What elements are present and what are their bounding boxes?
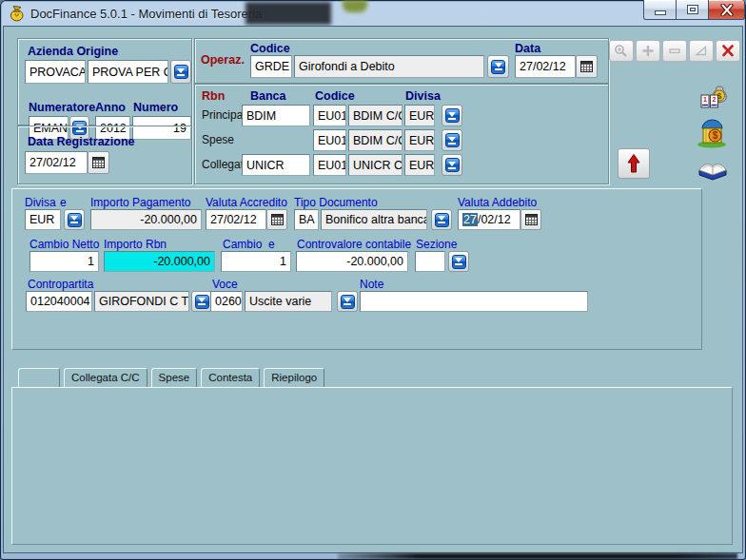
anno-label: Anno [95,102,126,113]
operazione-codice-field[interactable]: GRDE [250,55,292,78]
importo-rbn-field[interactable]: -20.000,00 [104,251,215,272]
dropdown-arrow-icon [448,112,456,117]
cambio-netto-field[interactable]: 1 [29,251,99,272]
zoom-toolbar [609,40,740,62]
operazione-descrizione-field: Girofondi a Debito [294,55,484,78]
maximize-icon [688,6,697,13]
dropdown-arrow-icon [455,258,462,262]
sezione-dropdown-button[interactable] [448,251,469,272]
sezione-label: Sezione [416,239,457,250]
rbn-label: Rbn [202,90,225,102]
operazione-data-field[interactable]: 27/02/12 [515,55,576,78]
minimize-icon [656,11,665,14]
data-registrazione-label: Data Registrazione [28,136,135,147]
divisa-e-label: e [60,197,67,208]
importo-pagamento-field: -20.000,00 [90,209,202,230]
ledger-button[interactable] [697,150,729,183]
maximize-button[interactable] [677,0,709,20]
tipo-documento-desc-field: Bonifico altra banca [321,209,427,230]
rbn-collegato-dropdown-button[interactable] [442,154,462,176]
svg-text:2: 2 [713,96,717,103]
tab-spese[interactable]: Spese [151,368,198,387]
tipo-documento-dropdown-button[interactable] [431,209,452,230]
operazione-dropdown-button[interactable] [487,55,509,78]
dropdown-arrow-icon [70,216,78,221]
tab-blank [18,368,60,387]
tipo-documento-codice-field[interactable]: BA [294,209,319,230]
voce-codice-field[interactable]: 0260 [210,291,243,312]
cambio-field[interactable]: 1 [221,251,291,272]
data-registrazione-calendar-button[interactable] [88,151,109,174]
rbn-groupbox: Rbn Banca Codice Divisa Principale BDIM … [194,84,609,184]
minimize-button[interactable] [643,0,677,20]
tab-collegata-cc[interactable]: Collegata C/C [64,368,147,387]
window-controls [643,0,745,20]
rbn-principale-dropdown-button[interactable] [442,105,462,126]
dropdown-arrow-icon [198,298,206,302]
selected-text: 27 [462,213,478,226]
divisa-field[interactable]: EUR [25,209,61,230]
svg-text:$: $ [713,130,718,141]
divisa-dropdown-button[interactable] [64,209,85,230]
controvalore-field[interactable]: -20.000,00 [296,251,408,272]
bank-building-icon: $ [695,116,729,148]
cambio-netto-label: Cambio Netto [29,239,99,250]
minus-icon [667,44,682,58]
zoom-in-button [609,40,634,62]
rbn-principale-divisa-field: EUR [404,105,435,126]
magnifier-plus-icon [614,44,629,58]
post-movement-button[interactable] [618,148,650,179]
azienda-dropdown-button[interactable] [170,60,191,84]
dropdown-arrow-icon [177,68,185,73]
rbn-collegato-conto-field: UNICR C\C [348,154,402,176]
contropartita-desc-field: GIROFONDI C TRANSI [94,291,189,312]
note-label: Note [360,279,383,290]
calendar-icon [92,157,105,168]
operazione-calendar-button[interactable] [576,55,598,78]
cambio-label: Cambio [223,239,262,250]
voce-desc-field: Uscite varie [245,291,332,312]
contropartita-dropdown-button[interactable] [191,291,212,312]
open-book-icon [697,150,729,183]
controvalore-label: Controvalore contabile [297,239,411,250]
valuta-addebito-field[interactable]: 27/02/12 [458,209,520,230]
tab-riepilogo[interactable]: Riepilogo [264,368,324,387]
background-tray-blur [343,0,367,12]
rbn-spese-divisa-field: EUR [404,129,435,151]
data-registrazione-field[interactable]: 27/02/12 [25,151,88,174]
bank-button[interactable]: $ [695,116,727,148]
divisa-header-label: Divisa [405,90,441,102]
voce-label: Voce [212,279,238,290]
azienda-origine-label: Azienda Origine [28,46,118,57]
valuta-accredito-field[interactable]: 27/02/12 [206,209,266,230]
rbn-spese-codice-field[interactable]: EU01 [313,129,346,151]
red-x-icon [720,44,736,58]
cambio-e-label: e [268,239,275,250]
exchange-rates-button[interactable]: $ 1 2 [697,82,729,114]
rbn-principale-banca-field[interactable]: BDIM [242,105,310,126]
note-field[interactable] [360,291,588,312]
calendar-icon [525,214,538,225]
importo-pagamento-label: Importo Pagamento [90,197,190,208]
rbn-principale-codice-field[interactable]: EU01 [313,105,346,126]
reduce-button [662,40,687,62]
tipo-documento-label: Tipo Documento [294,197,378,208]
svg-text:1: 1 [703,96,707,103]
valuta-addebito-calendar-button[interactable] [520,209,541,230]
title-bar[interactable]: DocFinance 5.0.1 - Movimenti di Tesoreri… [0,0,746,27]
azienda-name-field[interactable]: PROVA PER CO [88,60,168,84]
voce-dropdown-button[interactable] [337,291,358,312]
rbn-collegato-banca-field[interactable]: UNICR [242,154,310,176]
tab-contesta[interactable]: Contesta [201,368,260,387]
contropartita-codice-field[interactable]: 012040004 [26,291,92,312]
azienda-code-field[interactable]: PROVACAD [25,60,86,84]
cross-move-icon [640,44,656,58]
rbn-spese-dropdown-button[interactable] [442,129,462,151]
codice-label: Codice [250,43,290,54]
rbn-collegato-codice-field[interactable]: EU01 [313,154,346,176]
close-button[interactable] [709,0,745,20]
close-zoom-button[interactable] [716,40,740,62]
valuta-accredito-calendar-button[interactable] [266,209,287,230]
sezione-field[interactable] [415,251,445,272]
moneybag-calculator-icon: $ 1 2 [697,82,729,114]
